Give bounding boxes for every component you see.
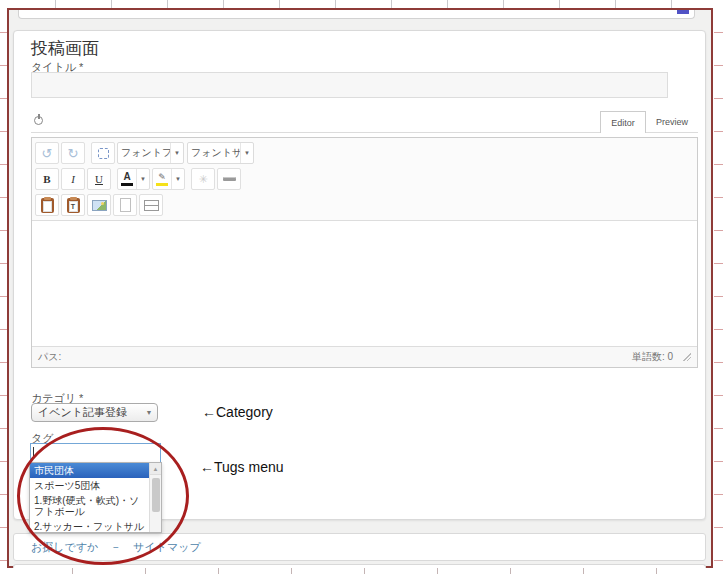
insert-page-button[interactable] [113, 194, 137, 216]
post-form-card: 投稿画面 タイトル * Editor Preview ↺ ↻ フォントファ ▼ … [13, 30, 706, 520]
editor-content-area[interactable] [32, 220, 697, 346]
link-button[interactable]: ✳ [191, 168, 215, 190]
paste-text-icon: T [67, 198, 80, 213]
paste-icon [41, 198, 54, 213]
underline-button[interactable]: U [87, 168, 111, 190]
chevron-down-icon: ▼ [141, 409, 157, 416]
text-color-icon: A [118, 169, 136, 189]
horizontal-rule-icon [223, 177, 236, 181]
dropdown-item[interactable]: 1.野球(硬式・軟式)・ソフトボール [30, 493, 149, 519]
insert-image-button[interactable] [87, 194, 111, 216]
italic-icon: I [71, 173, 75, 185]
annotation-category: ←Category [202, 404, 273, 420]
highlight-color-button[interactable]: ✎ ▼ [152, 168, 185, 190]
insert-table-button[interactable] [139, 194, 163, 216]
tags-input[interactable] [30, 443, 161, 463]
dropdown-scrollbar[interactable]: ▲ [149, 463, 161, 532]
undo-button[interactable]: ↺ [35, 142, 59, 164]
font-size-label: フォントサイ [188, 143, 240, 163]
spreadsheet-ticks-bottom [0, 568, 723, 574]
bottom-partial-card [13, 564, 706, 568]
path-label: パス: [38, 350, 61, 364]
fullscreen-icon [98, 148, 109, 159]
chevron-down-icon: ▼ [240, 143, 253, 163]
category-selected-value: イベント記事登録 [32, 405, 141, 420]
resize-grip-icon[interactable] [683, 353, 691, 361]
highlighter-icon: ✎ [153, 169, 171, 189]
spreadsheet-ticks-left [0, 0, 7, 574]
tab-preview[interactable]: Preview [647, 111, 697, 133]
text-caret [33, 447, 34, 459]
title-input[interactable] [31, 72, 668, 98]
redo-button[interactable]: ↻ [61, 142, 85, 164]
help-link[interactable]: お探しですか [31, 540, 98, 555]
paste-button[interactable] [35, 194, 59, 216]
tabbar-underline [31, 132, 698, 133]
page-title: 投稿画面 [31, 37, 99, 60]
italic-button[interactable]: I [61, 168, 85, 190]
spreadsheet-ticks-right [714, 0, 723, 574]
sitemap-link[interactable]: サイトマップ [133, 540, 201, 555]
bold-icon: B [43, 173, 50, 185]
toolbar-row-3: T [35, 193, 165, 217]
chevron-down-icon[interactable]: ▼ [171, 169, 184, 189]
fullscreen-button[interactable] [91, 142, 115, 164]
editor-status-bar: パス: 単語数: 0 [32, 346, 697, 367]
tab-editor[interactable]: Editor [600, 111, 646, 133]
word-count: 単語数: 0 [632, 350, 673, 364]
redo-icon: ↻ [68, 146, 79, 161]
chevron-down-icon[interactable]: ▼ [136, 169, 149, 189]
top-partial-card [18, 10, 695, 19]
category-select[interactable]: イベント記事登録 ▼ [31, 403, 158, 422]
font-size-select[interactable]: フォントサイ ▼ [187, 142, 254, 164]
scroll-up-icon[interactable]: ▲ [150, 463, 161, 475]
image-icon [92, 200, 107, 211]
chevron-down-icon: ▼ [170, 143, 183, 163]
toolbar-row-1: ↺ ↻ フォントファ ▼ フォントサイ ▼ [35, 141, 257, 165]
footer-separator: － [110, 540, 121, 555]
dropdown-item[interactable]: 2.サッカー・フットサル [30, 519, 149, 533]
horizontal-rule-button[interactable] [217, 168, 241, 190]
page-icon [120, 198, 131, 212]
annotation-tugs-menu: ←Tugs menu [200, 459, 284, 475]
text-color-button[interactable]: A ▼ [117, 168, 150, 190]
dropdown-item[interactable]: 市民団体 [30, 463, 149, 478]
dropdown-item[interactable]: スポーツ5団体 [30, 478, 149, 493]
scroll-indicator-strip [677, 10, 689, 14]
scrollbar-thumb[interactable] [152, 478, 160, 512]
footer-bar: お探しですか － サイトマップ [13, 533, 706, 561]
undo-icon: ↺ [42, 146, 53, 161]
editor-power-button[interactable] [34, 114, 45, 125]
link-icon: ✳ [198, 173, 207, 186]
tags-dropdown-menu: 市民団体 スポーツ5団体 1.野球(硬式・軟式)・ソフトボール 2.サッカー・フ… [29, 462, 162, 533]
bold-button[interactable]: B [35, 168, 59, 190]
table-icon [144, 200, 159, 211]
rich-text-editor: ↺ ↻ フォントファ ▼ フォントサイ ▼ B I U A ▼ [31, 137, 698, 368]
font-family-label: フォントファ [118, 143, 170, 163]
toolbar-row-2: B I U A ▼ ✎ ▼ ✳ [35, 167, 243, 191]
font-family-select[interactable]: フォントファ ▼ [117, 142, 184, 164]
underline-icon: U [95, 173, 103, 185]
paste-as-text-button[interactable]: T [61, 194, 85, 216]
spreadsheet-ticks-top [0, 0, 723, 8]
